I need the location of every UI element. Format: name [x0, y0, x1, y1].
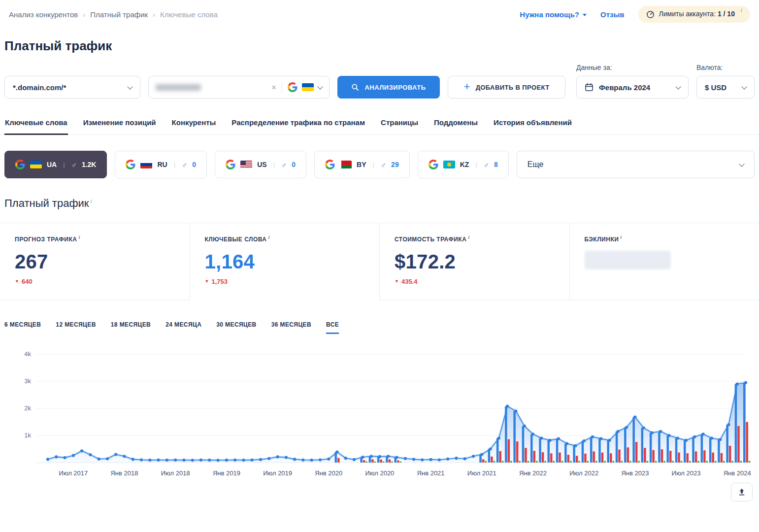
- svg-text:4k: 4k: [24, 350, 31, 358]
- controls-row: *.domain.com/* × АНАЛИЗИРОВАТЬ + ДОБАВИТ…: [4, 64, 755, 99]
- keywords-count-icon: ♂: [381, 161, 386, 168]
- divider: |: [475, 161, 477, 168]
- svg-text:1k: 1k: [24, 432, 31, 439]
- period-tab-6m[interactable]: 6 МЕСЯЦЕВ: [4, 321, 41, 334]
- metric-card-keywords[interactable]: КЛЮЧЕВЫЕ СЛОВАi1,164▼1,753: [190, 223, 380, 300]
- analyze-button-label: АНАЛИЗИРОВАТЬ: [364, 84, 426, 91]
- analyze-button[interactable]: АНАЛИЗИРОВАТЬ: [337, 76, 440, 99]
- metric-card-backlinks[interactable]: БЭКЛИНКИi: [569, 223, 759, 300]
- add-to-project-label: ДОБАВИТЬ В ПРОЕКТ: [476, 84, 550, 91]
- search-icon: [351, 83, 359, 91]
- svg-text:Янв 2021: Янв 2021: [417, 469, 445, 477]
- period-tab-30m[interactable]: 30 МЕСЯЦЕВ: [216, 321, 256, 334]
- region-code: KZ: [460, 161, 469, 168]
- period-tab-12m[interactable]: 12 МЕСЯЦЕВ: [56, 321, 96, 334]
- arrow-down-icon: ▼: [205, 279, 209, 284]
- breadcrumb-item[interactable]: Анализ конкурентов: [9, 10, 78, 19]
- tab-pages[interactable]: Страницы: [380, 117, 419, 134]
- limits-value: 1 / 10: [718, 10, 735, 18]
- period-tab-36m[interactable]: 36 МЕСЯЦЕВ: [271, 321, 311, 334]
- regions-more-select[interactable]: Еще: [517, 151, 755, 178]
- tab-subdomains[interactable]: Поддомены: [433, 117, 478, 134]
- feedback-link[interactable]: Отзыв: [600, 10, 625, 19]
- info-icon: i: [620, 234, 622, 240]
- ukraine-flag-icon: [302, 83, 314, 91]
- currency-value: $ USD: [705, 83, 726, 92]
- region-card-ru[interactable]: RU|♂0: [115, 151, 207, 178]
- metric-card-traffic-forecast[interactable]: ПРОГНОЗ ТРАФИКАi267▼640: [0, 223, 190, 300]
- ru-flag-icon: [140, 161, 152, 168]
- by-flag-icon: [340, 161, 352, 168]
- tab-keywords[interactable]: Ключевые слова: [4, 117, 68, 135]
- period-tab-24m[interactable]: 24 МЕСЯЦА: [165, 321, 201, 334]
- region-card-kz[interactable]: KZ|♂8: [418, 151, 509, 178]
- help-link[interactable]: Нужна помощь?: [520, 10, 587, 19]
- kz-flag-icon: [443, 161, 455, 168]
- region-count: 0: [292, 161, 296, 168]
- svg-text:Янв 2019: Янв 2019: [213, 469, 240, 477]
- divider: |: [63, 161, 65, 168]
- keywords-count-icon: ♂: [71, 161, 77, 168]
- chevron-down-icon: [741, 84, 747, 89]
- divider: |: [273, 161, 275, 168]
- ua-flag-icon: [30, 161, 42, 168]
- svg-text:Янв 2022: Янв 2022: [519, 469, 547, 477]
- query-input[interactable]: ×: [148, 76, 330, 99]
- export-row: [4, 483, 755, 501]
- google-logo: [429, 160, 438, 169]
- region-code: BY: [357, 161, 366, 168]
- limits-gauge-icon: [646, 10, 655, 19]
- date-select[interactable]: Февраль 2024: [576, 76, 689, 99]
- svg-text:Июл 2023: Июл 2023: [672, 469, 701, 477]
- tab-competitors[interactable]: Конкуренты: [171, 117, 217, 134]
- region-card-us[interactable]: US|♂0: [215, 151, 306, 178]
- svg-text:Янв 2024: Янв 2024: [724, 469, 751, 477]
- search-engine-select[interactable]: [288, 82, 322, 92]
- traffic-chart[interactable]: 1k2k3k4kИюл 2017Янв 2018Июл 2018Янв 2019…: [4, 342, 755, 481]
- breadcrumb-item[interactable]: Платный трафик: [90, 10, 148, 19]
- info-icon: i: [78, 234, 80, 240]
- arrow-down-icon: ▼: [15, 279, 19, 284]
- metric-label: ПРОГНОЗ ТРАФИКАi: [15, 236, 175, 243]
- tab-traffic-by-country[interactable]: Распределение трафика по странам: [231, 117, 365, 134]
- keywords-count-icon: ♂: [281, 161, 287, 168]
- blurred-metric-value: [585, 251, 671, 269]
- query-blurred-value: [156, 84, 201, 91]
- currency-group: Валюта: $ USD: [696, 64, 755, 99]
- breadcrumb: Анализ конкурентов›Платный трафик›Ключев…: [9, 10, 218, 19]
- limits-text: Лимиты аккаунта: 1 / 10: [659, 10, 735, 18]
- top-bar: Анализ конкурентов›Платный трафик›Ключев…: [4, 0, 755, 27]
- tab-position-changes[interactable]: Изменение позиций: [83, 117, 157, 134]
- region-card-by[interactable]: BY|♂29: [314, 151, 410, 178]
- region-code: UA: [47, 161, 57, 168]
- region-code: US: [257, 161, 266, 168]
- regions-row: UA|♂1.2KRU|♂0US|♂0BY|♂29KZ|♂8 Еще: [4, 151, 755, 178]
- domain-filter-value: *.domain.com/*: [13, 83, 66, 92]
- metric-delta: ▼1,753: [205, 278, 365, 285]
- google-logo: [15, 160, 25, 169]
- tab-ads-history[interactable]: История объявлений: [493, 117, 572, 134]
- export-button[interactable]: [731, 483, 753, 501]
- svg-text:Июл 2020: Июл 2020: [365, 469, 394, 477]
- caret-down-icon: [583, 14, 587, 16]
- metric-delta: ▼640: [15, 278, 175, 285]
- clear-icon[interactable]: ×: [271, 83, 276, 92]
- account-limits-badge[interactable]: Лимиты аккаунта: 1 / 10 i: [638, 6, 750, 23]
- calendar-icon: [585, 83, 594, 92]
- add-to-project-button[interactable]: + ДОБАВИТЬ В ПРОЕКТ: [448, 76, 565, 99]
- metric-card-traffic-cost[interactable]: СТОИМОСТЬ ТРАФИКАi$172.2▼435.4: [379, 223, 569, 300]
- region-card-ua[interactable]: UA|♂1.2K: [4, 151, 107, 178]
- svg-text:Июл 2018: Июл 2018: [161, 469, 190, 477]
- currency-select[interactable]: $ USD: [696, 76, 755, 99]
- period-tabs: 6 МЕСЯЦЕВ12 МЕСЯЦЕВ18 МЕСЯЦЕВ24 МЕСЯЦА30…: [4, 321, 755, 334]
- chevron-down-icon: [739, 161, 744, 166]
- metrics-row: ПРОГНОЗ ТРАФИКАi267▼640КЛЮЧЕВЫЕ СЛОВАi1,…: [0, 223, 759, 300]
- domain-filter-select[interactable]: *.domain.com/*: [4, 76, 140, 99]
- date-label: Данные за:: [576, 64, 689, 71]
- metric-value: 267: [15, 251, 175, 273]
- chevron-down-icon: [317, 84, 323, 89]
- period-tab-18m[interactable]: 18 МЕСЯЦЕВ: [111, 321, 151, 334]
- period-tab-all[interactable]: ВСЕ: [326, 321, 339, 334]
- metric-delta: ▼435.4: [395, 278, 555, 285]
- date-value: Февраль 2024: [599, 83, 650, 92]
